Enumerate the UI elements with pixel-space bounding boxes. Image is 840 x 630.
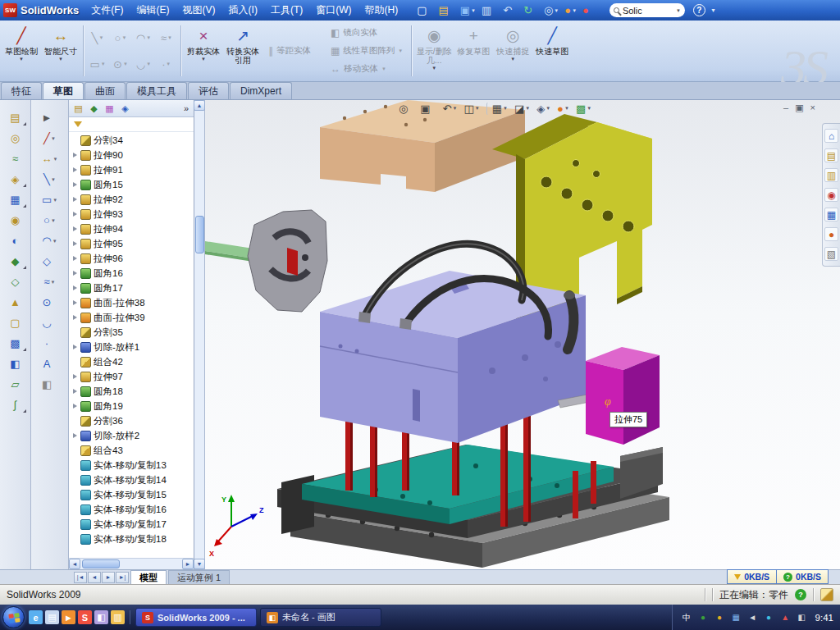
tree-item[interactable]: 实体-移动/复制13: [69, 458, 194, 472]
rapid-sketch-button[interactable]: ╱ 快速草图 ▼: [532, 23, 572, 79]
centerpoint-arc-icon[interactable]: ◠ ▼: [38, 231, 62, 250]
expand-arrow-icon[interactable]: [72, 167, 78, 173]
tree-item[interactable]: 分割34: [69, 133, 194, 148]
ime-icon[interactable]: ◧: [796, 611, 808, 623]
search-input[interactable]: Solic ▼: [609, 3, 685, 17]
options-icon[interactable]: ◎ ▼: [542, 2, 560, 19]
file-explorer-icon[interactable]: ▥: [824, 168, 838, 182]
home-icon[interactable]: ⌂: [824, 129, 838, 143]
tree-item[interactable]: 圆角17: [69, 281, 194, 295]
revolved-boss-icon[interactable]: ◎: [3, 129, 28, 148]
spline-tool-button[interactable]: ≈ ▼: [155, 25, 178, 51]
print-icon[interactable]: ▥ ▼: [480, 2, 499, 19]
expand-arrow-icon[interactable]: [72, 271, 78, 276]
minimize-doc-icon[interactable]: –: [783, 101, 788, 114]
tree-item[interactable]: 圆角15: [69, 177, 194, 192]
repair-sketch-button[interactable]: + 修复草图 ▼: [454, 23, 493, 79]
macro-record-icon[interactable]: ● ▼: [581, 2, 596, 19]
menu-item[interactable]: 编辑(E): [131, 1, 176, 20]
tree-item[interactable]: 组合42: [69, 354, 194, 369]
scroll-left-icon[interactable]: ◄: [69, 559, 80, 569]
start-button[interactable]: [2, 606, 25, 628]
tree-item[interactable]: 实体-移动/复制17: [69, 517, 194, 532]
zoom-area-icon[interactable]: ▣ ▼: [418, 103, 438, 115]
chamfer-icon[interactable]: ◇: [3, 272, 28, 291]
menu-item[interactable]: 视图(V): [177, 1, 221, 20]
expand-arrow-icon[interactable]: [72, 374, 78, 380]
volume-icon[interactable]: ◄: [746, 611, 759, 623]
tab-surfaces[interactable]: 曲面: [84, 82, 126, 99]
menu-item[interactable]: 插入(I): [223, 1, 263, 20]
mirror-entities-icon[interactable]: ◧ ▼: [38, 375, 62, 394]
tree-item[interactable]: 实体-移动/复制14: [69, 472, 194, 487]
display-delete-relations-button[interactable]: ◉ 显示/删除几... ▼: [414, 23, 454, 79]
quick-snaps-button[interactable]: ◎ 快速捕捉 ▼: [493, 23, 532, 79]
next-tab-button[interactable]: ►: [102, 572, 115, 583]
graphics-viewport[interactable]: ◎ ▼ ▣ ▼ ↶ ▼ ◫ ▼: [205, 100, 840, 569]
display-style-icon[interactable]: ◪ ▼: [512, 103, 532, 115]
text-icon[interactable]: A ▼: [38, 354, 62, 373]
expand-arrow-icon[interactable]: [72, 433, 78, 439]
close-doc-icon[interactable]: ×: [810, 101, 815, 114]
menu-item[interactable]: 帮助(H): [359, 1, 404, 20]
cavity-insert-part[interactable]: [248, 210, 327, 312]
motion-study-tab[interactable]: 运动算例 1: [168, 570, 230, 584]
menu-item[interactable]: 窗口(W): [310, 1, 357, 20]
tree-item[interactable]: 切除-放样1: [69, 340, 194, 354]
expand-arrow-icon[interactable]: [72, 404, 78, 409]
fillet-icon[interactable]: ◆: [3, 252, 28, 271]
expand-arrow-icon[interactable]: [72, 285, 78, 291]
offset-entities-button[interactable]: ∥ 等距实体 ▼: [265, 43, 322, 59]
tree-item[interactable]: 拉伸97: [69, 369, 194, 384]
rectangle-tool-button[interactable]: ▭ ▼: [86, 51, 109, 77]
apply-scene-icon[interactable]: ▩ ▼: [573, 103, 594, 115]
tree-filter-row[interactable]: [69, 117, 194, 132]
scrollbar-thumb[interactable]: [82, 559, 120, 568]
network-icon[interactable]: ▦: [730, 611, 742, 623]
point-tool-button[interactable]: ∙ ▼: [155, 51, 178, 77]
tree-item[interactable]: 拉伸93: [69, 207, 194, 221]
propertymanager-tab-icon[interactable]: ◆: [87, 102, 101, 115]
smart-dimension-button[interactable]: ↔ 智能尺寸 ▼: [41, 23, 80, 79]
core-block-part[interactable]: [320, 271, 586, 443]
expand-arrow-icon[interactable]: [72, 226, 78, 232]
expand-arrow-icon[interactable]: [72, 345, 78, 350]
tree-item[interactable]: 拉伸96: [69, 251, 194, 266]
tree-item[interactable]: 拉伸90: [69, 148, 194, 162]
status-help-icon[interactable]: ?: [795, 589, 806, 600]
language-indicator[interactable]: 中: [681, 611, 693, 623]
prev-tab-button[interactable]: ◄: [88, 572, 101, 583]
media-player-icon[interactable]: ►: [62, 610, 75, 624]
tree-item[interactable]: 分割35: [69, 325, 194, 340]
insert-block-part[interactable]: φ: [586, 347, 660, 445]
swept-boss-icon[interactable]: ≈: [3, 149, 28, 168]
hole-wizard-icon[interactable]: ◉: [3, 211, 28, 230]
menu-item[interactable]: 工具(T): [265, 1, 308, 20]
new-file-icon[interactable]: ▢ ▼: [415, 2, 434, 19]
mirror-entities-button[interactable]: ◧ 镜向实体 ▼: [327, 25, 406, 41]
convert-entities-button[interactable]: ↗ 转换实体引用 ▼: [223, 23, 262, 79]
monitor-help-icon[interactable]: ?: [783, 573, 792, 582]
expand-arrow-icon[interactable]: [72, 315, 78, 321]
expand-arrow-icon[interactable]: [72, 300, 78, 306]
menu-item[interactable]: 文件(F): [85, 1, 129, 20]
line-tool-button[interactable]: ╲ ▼: [86, 25, 109, 51]
save-icon[interactable]: ▣ ▼: [459, 2, 477, 19]
tree-item[interactable]: 拉伸94: [69, 221, 194, 236]
expand-arrow-icon[interactable]: [72, 241, 78, 247]
hide-show-items-icon[interactable]: ◈ ▼: [534, 103, 553, 115]
tree-item[interactable]: 圆角18: [69, 384, 194, 399]
circle-icon[interactable]: ○ ▼: [38, 211, 62, 230]
expand-arrow-icon[interactable]: [72, 389, 78, 395]
tree-item[interactable]: 组合43: [69, 443, 194, 458]
panel-chevron-button[interactable]: »: [181, 103, 191, 113]
tree-item[interactable]: 实体-移动/复制18: [69, 532, 194, 546]
tree-item[interactable]: 切除-放样2: [69, 428, 194, 443]
lofted-boss-icon[interactable]: ◈: [3, 170, 28, 189]
linear-pattern-icon[interactable]: ▩: [3, 334, 28, 353]
expand-arrow-icon[interactable]: [72, 182, 78, 188]
tab-mold-tools[interactable]: 模具工具: [126, 82, 187, 99]
line-icon[interactable]: ╲ ▼: [38, 170, 62, 189]
tree-item[interactable]: 实体-移动/复制15: [69, 487, 194, 502]
rib-icon[interactable]: ▲: [3, 293, 28, 312]
